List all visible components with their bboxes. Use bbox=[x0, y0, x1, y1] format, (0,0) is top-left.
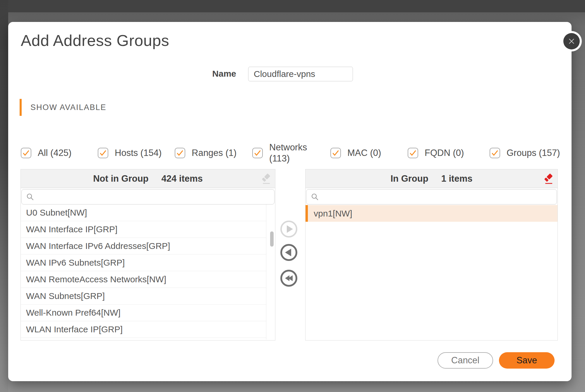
in-group-panel: In Group 1 items vpn1[NW] bbox=[305, 169, 558, 341]
triangle-left-icon bbox=[285, 249, 291, 256]
filter-checkbox-fqdn[interactable]: FQDN (0) bbox=[408, 141, 464, 165]
panel-title: Not in Group bbox=[93, 173, 148, 184]
cancel-button[interactable]: Cancel bbox=[438, 352, 493, 369]
eraser-icon bbox=[261, 173, 271, 184]
filter-checkbox-hosts[interactable]: Hosts (154) bbox=[98, 141, 162, 165]
filter-label: Networks (113) bbox=[269, 142, 313, 164]
list-item-selected[interactable]: vpn1[NW] bbox=[306, 205, 557, 222]
list-item[interactable]: WLAN Interface IP[GRP] bbox=[21, 321, 266, 338]
list-item[interactable]: WAN RemoteAccess Networks[NW] bbox=[21, 271, 266, 288]
section-accent-bar bbox=[20, 99, 22, 116]
not-in-group-panel: Not in Group 424 items U0 Subnet[NW] bbox=[20, 169, 275, 341]
list-item[interactable]: WAN Interface IP[GRP] bbox=[21, 221, 266, 238]
in-group-header: In Group 1 items bbox=[306, 169, 557, 188]
checkbox-checked-icon[interactable] bbox=[330, 148, 341, 158]
filter-checkbox-groups[interactable]: Groups (157) bbox=[490, 141, 560, 165]
double-triangle-left-icon bbox=[288, 275, 293, 281]
move-left-button[interactable] bbox=[280, 244, 297, 261]
dimmed-app-sidebar bbox=[0, 0, 8, 392]
not-in-group-header: Not in Group 424 items bbox=[21, 169, 275, 188]
scrollbar-thumb[interactable] bbox=[270, 231, 274, 247]
scrollbar-track[interactable] bbox=[266, 204, 275, 340]
triangle-right-icon bbox=[287, 225, 293, 233]
move-right-button[interactable] bbox=[280, 221, 297, 238]
dialog-title: Add Address Groups bbox=[21, 31, 169, 49]
filter-label: Groups (157) bbox=[507, 148, 560, 158]
checkbox-checked-icon[interactable] bbox=[175, 148, 185, 158]
clear-not-in-group-button[interactable] bbox=[260, 173, 272, 185]
checkbox-checked-icon[interactable] bbox=[21, 148, 31, 158]
clear-in-group-button[interactable] bbox=[543, 173, 554, 185]
dimmed-app-topbar bbox=[0, 0, 585, 12]
section-label: SHOW AVAILABLE bbox=[30, 103, 107, 112]
checkbox-checked-icon[interactable] bbox=[490, 148, 500, 158]
list-item[interactable]: WAN Interface IPv6 Addresses[GRP] bbox=[21, 238, 266, 255]
move-all-left-button[interactable] bbox=[280, 270, 297, 287]
list-item[interactable]: U0 Subnet[NW] bbox=[21, 204, 266, 221]
list-item[interactable]: Well-Known Pref64[NW] bbox=[21, 305, 266, 321]
close-button[interactable] bbox=[563, 33, 580, 49]
close-icon bbox=[567, 37, 576, 46]
checkbox-checked-icon[interactable] bbox=[252, 148, 263, 158]
filter-label: Ranges (1) bbox=[192, 148, 236, 158]
search-icon bbox=[310, 192, 319, 201]
filter-checkbox-ranges[interactable]: Ranges (1) bbox=[175, 141, 236, 165]
panel-count: 424 items bbox=[162, 173, 203, 184]
save-button[interactable]: Save bbox=[499, 352, 555, 369]
show-available-section: SHOW AVAILABLE bbox=[20, 99, 107, 116]
in-group-list: vpn1[NW] bbox=[306, 205, 557, 340]
filter-checkbox-mac[interactable]: MAC (0) bbox=[330, 141, 381, 165]
search-input[interactable] bbox=[323, 190, 553, 204]
checkbox-checked-icon[interactable] bbox=[98, 148, 108, 158]
add-address-groups-dialog: Add Address Groups Name SHOW AVAILABLE A… bbox=[8, 22, 572, 381]
filter-checkbox-all[interactable]: All (425) bbox=[21, 141, 71, 165]
list-item[interactable]: WAN IPv6 Subnets[GRP] bbox=[21, 255, 266, 271]
filter-label: MAC (0) bbox=[347, 148, 381, 158]
list-item[interactable]: WAN Subnets[GRP] bbox=[21, 288, 266, 305]
panel-count: 1 items bbox=[441, 173, 473, 184]
eraser-icon bbox=[543, 173, 554, 184]
panel-title: In Group bbox=[391, 173, 428, 184]
filter-label: Hosts (154) bbox=[115, 148, 162, 158]
search-icon bbox=[26, 192, 35, 201]
filter-label: FQDN (0) bbox=[425, 148, 464, 158]
checkbox-checked-icon[interactable] bbox=[408, 148, 418, 158]
search-input[interactable] bbox=[38, 190, 270, 204]
in-group-search[interactable] bbox=[306, 189, 557, 204]
filter-checkbox-networks[interactable]: Networks (113) bbox=[252, 141, 313, 165]
not-in-group-search[interactable] bbox=[21, 189, 275, 204]
name-input[interactable] bbox=[248, 67, 353, 81]
name-label: Name bbox=[172, 69, 236, 79]
not-in-group-list: U0 Subnet[NW] WAN Interface IP[GRP] WAN … bbox=[21, 204, 275, 340]
filter-label: All (425) bbox=[38, 148, 71, 158]
